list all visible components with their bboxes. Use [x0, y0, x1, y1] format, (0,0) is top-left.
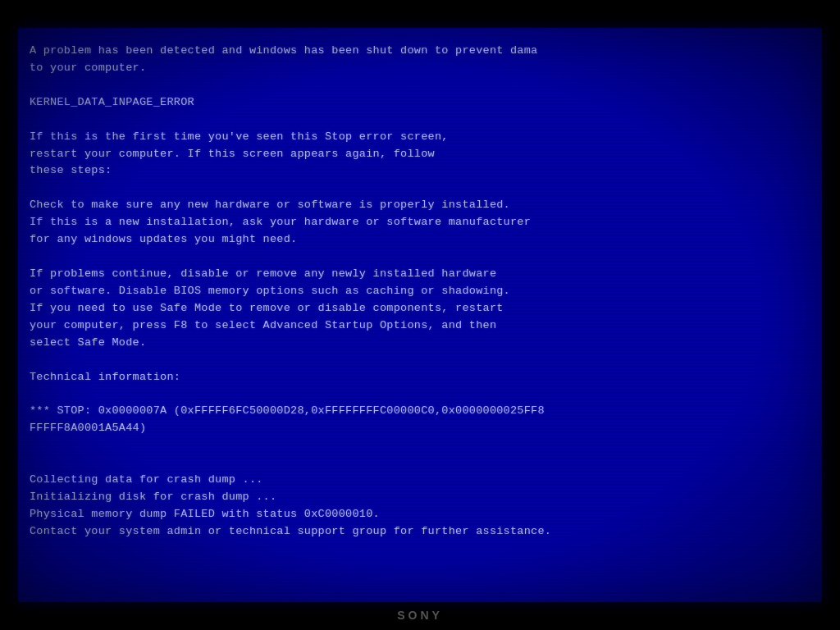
bsod-line: *** STOP: 0x0000007A (0xFFFFF6FC50000D28…	[30, 403, 806, 420]
bsod-line: Collecting data for crash dump ...	[30, 472, 806, 489]
bsod-screen: A problem has been detected and windows …	[18, 28, 822, 602]
bsod-content: A problem has been detected and windows …	[18, 28, 822, 602]
bsod-line: these steps:	[30, 162, 806, 180]
bsod-line: If you need to use Safe Mode to remove o…	[30, 300, 806, 317]
bsod-line: your computer, press F8 to select Advanc…	[30, 317, 806, 335]
bsod-line: Physical memory dump FAILED with status …	[30, 506, 806, 523]
bsod-line: A problem has been detected and windows …	[30, 43, 806, 60]
bsod-line: FFFFF8A0001A5A44)	[30, 420, 806, 437]
bsod-line: restart your computer. If this screen ap…	[30, 146, 806, 163]
bsod-line: KERNEL_DATA_INPAGE_ERROR	[30, 94, 806, 112]
bsod-line: Contact your system admin or technical s…	[30, 523, 806, 541]
bsod-line: Check to make sure any new hardware or s…	[30, 197, 806, 214]
bsod-line: to your computer.	[30, 60, 806, 77]
bsod-line: or software. Disable BIOS memory options…	[30, 283, 806, 300]
monitor: A problem has been detected and windows …	[0, 0, 840, 630]
bsod-line: Initializing disk for crash dump ...	[30, 489, 806, 506]
bsod-line: select Safe Mode.	[30, 335, 806, 352]
bsod-line: If this is a new installation, ask your …	[30, 214, 806, 231]
brand-label: SONY	[397, 609, 443, 622]
bsod-line: for any windows updates you might need.	[30, 231, 806, 249]
bsod-line: Technical information:	[30, 369, 806, 386]
bsod-line: If problems continue, disable or remove …	[30, 266, 806, 283]
bsod-line: If this is the first time you've seen th…	[30, 129, 806, 146]
